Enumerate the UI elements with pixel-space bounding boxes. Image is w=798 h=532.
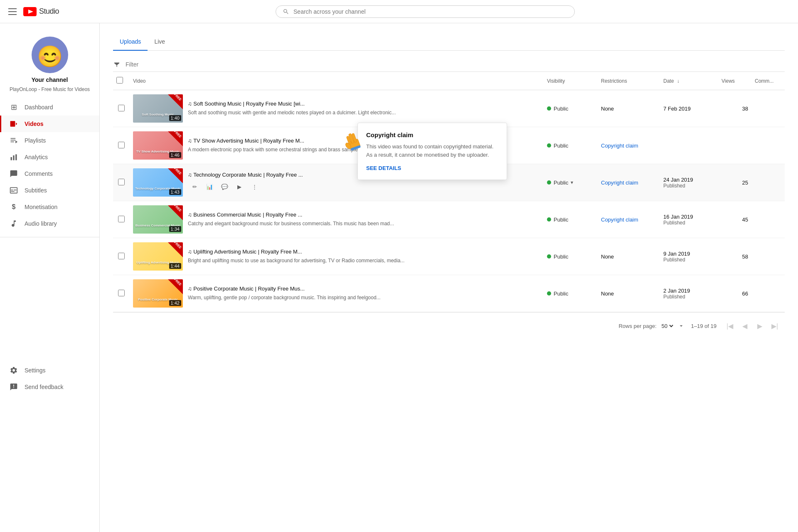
rows-per-page-select[interactable]: 50 25 10 [660,323,675,330]
sidebar-item-settings[interactable]: Settings [0,362,99,379]
tab-live[interactable]: Live [148,33,172,51]
visibility-cell: Public ▾ [544,164,598,201]
more-button[interactable]: ⋮ [248,180,261,193]
video-description: A modern electronic pop track with some … [188,146,381,153]
next-page-button[interactable]: ▶ [753,319,766,332]
date-cell: 7 Feb 2019 [660,90,718,127]
prev-page-button[interactable]: ◀ [738,319,751,332]
date-cell: 24 Jan 2019Published [660,164,718,201]
header-comments: Comm... [751,72,785,90]
first-page-button[interactable]: |◀ [723,319,736,332]
svg-rect-4 [11,138,16,139]
select-all-checkbox[interactable] [116,77,123,84]
main-content: Uploads Live Video Visibility Restrictio… [100,23,798,532]
rows-per-page-label: Rows per page: [618,323,656,329]
svg-rect-13 [14,190,17,190]
views-cell: 38 [718,90,751,127]
video-thumbnail[interactable]: FREEPositive Corporate Music1:42 [133,279,183,308]
date-cell: 2 Jan 2019Published [660,275,718,312]
sidebar-item-playlists[interactable]: Playlists [0,132,99,149]
row-checkbox[interactable] [118,142,125,148]
row-actions: ✏📊💬▶⋮ [188,180,303,193]
views-cell: 25 [718,164,751,201]
sidebar-item-send-feedback[interactable]: Send feedback [0,379,99,395]
menu-button[interactable] [7,7,18,17]
sidebar-item-label: Playlists [25,137,46,144]
row-checkbox[interactable] [118,216,125,222]
page-nav: |◀ ◀ ▶ ▶| [723,319,781,332]
table-row: FREEBusiness Commercial Music1:34♫ Busin… [113,201,785,238]
date-primary: 9 Jan 2019 [663,251,715,257]
table-header: Video Visibility Restrictions Date ↓ Vie… [113,72,785,90]
visibility-dot [547,254,551,259]
visibility-dot [547,180,551,185]
row-checkbox-cell [113,275,130,312]
video-description: Warm, uplifting, gentle pop / corporate … [188,294,381,301]
analytics-button[interactable]: 📊 [203,180,216,193]
date-secondary: Published [663,257,715,263]
search-bar[interactable] [276,5,575,18]
comments-cell [751,275,785,312]
sidebar-item-videos[interactable]: Videos [0,116,99,132]
sidebar-item-label: Analytics [25,154,48,160]
youtube-logo-icon [23,7,37,16]
visibility-text: Public [554,217,568,223]
date-primary: 7 Feb 2019 [663,106,715,112]
row-checkbox[interactable] [118,253,125,259]
row-checkbox-cell [113,127,130,164]
video-duration: 1:34 [169,226,181,232]
video-cell: FREEUplifting Advertising Music1:44♫ Upl… [130,238,544,275]
header-visibility: Visibility [544,72,598,90]
sidebar-item-dashboard[interactable]: ⊞ Dashboard [0,99,99,116]
table-row: FREEPositive Corporate Music1:42♫ Positi… [113,275,785,312]
video-description: Soft and soothing music with gentle and … [188,109,396,116]
visibility-text: Public [554,254,568,260]
video-duration: 1:40 [169,115,181,121]
send-feedback-icon [10,383,18,391]
date-primary: 2 Jan 2019 [663,288,715,294]
preview-button[interactable]: ▶ [233,180,246,193]
video-thumbnail[interactable]: FREETechnology Corporate Music1:43 [133,168,183,197]
video-thumbnail[interactable]: FREEBusiness Commercial Music1:34 [133,205,183,234]
row-checkbox[interactable] [118,179,125,185]
channel-name: Your channel [32,76,68,83]
sidebar-item-monetisation[interactable]: $ Monetisation [0,199,99,215]
header-views: Views [718,72,751,90]
video-title: ♫ Positive Corporate Music | Royalty Fre… [188,286,381,293]
copyright-claim-link[interactable]: Copyright claim [601,180,638,186]
copyright-claim-link[interactable]: Copyright claim [601,143,638,149]
visibility-dot [547,143,551,148]
restrictions-cell: None [598,90,660,127]
date-cell: 16 Jan 2019Published [660,201,718,238]
tab-uploads[interactable]: Uploads [113,33,148,51]
svg-rect-6 [11,142,14,143]
video-thumbnail[interactable]: FREETV Show Advertising Music1:46 [133,131,183,160]
row-checkbox[interactable] [118,105,125,111]
sidebar-item-analytics[interactable]: Analytics [0,149,99,165]
edit-button[interactable]: ✏ [188,180,201,193]
search-input[interactable] [293,8,568,15]
row-checkbox[interactable] [118,290,125,296]
see-details-link[interactable]: SEE DETAILS [366,165,401,171]
sidebar-item-label: Comments [25,170,53,177]
video-thumbnail[interactable]: FREESoft Soothing Music1:40 [133,94,183,123]
audio-library-icon [10,219,18,228]
video-thumbnail[interactable]: FREEUplifting Advertising Music1:44 [133,242,183,271]
sidebar-item-comments[interactable]: Comments [0,165,99,182]
last-page-button[interactable]: ▶| [768,319,781,332]
video-description: Catchy and elegant background music for … [188,220,394,227]
visibility-dot [547,291,551,296]
video-title: ♫ Business Commercial Music | Royalty Fr… [188,212,394,219]
comments-button[interactable]: 💬 [218,180,231,193]
playlists-icon [10,136,18,145]
header-date[interactable]: Date ↓ [660,72,718,90]
svg-rect-12 [11,190,13,190]
date-secondary: Published [663,294,715,300]
sidebar-item-audio-library[interactable]: Audio library [0,215,99,232]
logo[interactable]: Studio [23,7,59,16]
copyright-claim-link[interactable]: Copyright claim [601,217,638,223]
filter-input[interactable] [126,61,785,68]
sidebar-item-subtitles[interactable]: Subtitles [0,182,99,199]
visibility-dropdown-arrow[interactable]: ▾ [571,180,573,185]
copyright-popup: Copyright claim This video was found to … [357,123,507,180]
